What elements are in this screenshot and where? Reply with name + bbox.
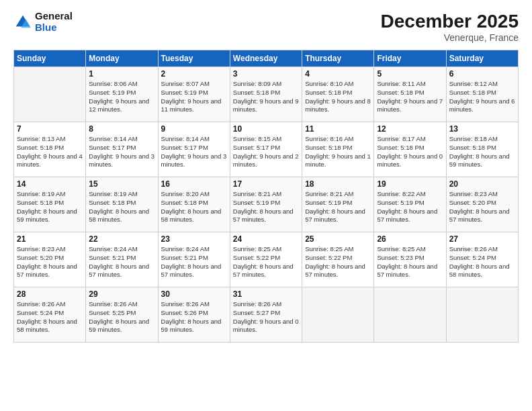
cell-info: Sunrise: 8:16 AMSunset: 5:18 PMDaylight:… [305,135,371,168]
logo-text: General Blue [35,11,73,33]
calendar-cell: 28Sunrise: 8:26 AMSunset: 5:24 PMDayligh… [14,287,86,342]
cell-info: Sunrise: 8:26 AMSunset: 5:24 PMDaylight:… [449,245,510,278]
calendar-cell: 3Sunrise: 8:09 AMSunset: 5:18 PMDaylight… [230,67,302,122]
cell-info: Sunrise: 8:26 AMSunset: 5:24 PMDaylight:… [17,300,77,333]
cell-info: Sunrise: 8:26 AMSunset: 5:27 PMDaylight:… [233,300,299,333]
calendar-cell [446,287,518,342]
day-number: 4 [305,69,371,79]
month-title: December 2025 [381,11,519,32]
day-number: 18 [305,179,371,189]
day-number: 13 [449,124,515,134]
calendar-cell: 7Sunrise: 8:13 AMSunset: 5:18 PMDaylight… [14,122,86,177]
calendar-cell: 27Sunrise: 8:26 AMSunset: 5:24 PMDayligh… [446,232,518,287]
cell-info: Sunrise: 8:06 AMSunset: 5:19 PMDaylight:… [89,80,149,113]
header-friday: Friday [374,50,446,67]
day-number: 5 [377,69,443,79]
day-number: 19 [377,179,443,189]
day-number: 15 [89,179,154,189]
calendar-cell: 30Sunrise: 8:26 AMSunset: 5:26 PMDayligh… [158,287,230,342]
day-number: 25 [305,234,371,244]
cell-info: Sunrise: 8:20 AMSunset: 5:18 PMDaylight:… [161,190,222,223]
calendar-week-4: 21Sunrise: 8:23 AMSunset: 5:20 PMDayligh… [14,232,519,287]
cell-info: Sunrise: 8:25 AMSunset: 5:22 PMDaylight:… [305,245,365,278]
day-number: 21 [17,234,83,244]
logo: General Blue [13,11,73,33]
cell-info: Sunrise: 8:22 AMSunset: 5:19 PMDaylight:… [377,190,437,223]
cell-info: Sunrise: 8:21 AMSunset: 5:19 PMDaylight:… [305,190,365,223]
cell-info: Sunrise: 8:25 AMSunset: 5:23 PMDaylight:… [377,245,437,278]
cell-info: Sunrise: 8:19 AMSunset: 5:18 PMDaylight:… [17,190,77,223]
calendar-cell: 13Sunrise: 8:18 AMSunset: 5:18 PMDayligh… [446,122,518,177]
calendar-cell: 23Sunrise: 8:24 AMSunset: 5:21 PMDayligh… [158,232,230,287]
calendar-week-5: 28Sunrise: 8:26 AMSunset: 5:24 PMDayligh… [14,287,519,342]
day-number: 31 [233,289,299,299]
cell-info: Sunrise: 8:26 AMSunset: 5:26 PMDaylight:… [161,300,222,333]
calendar-cell: 22Sunrise: 8:24 AMSunset: 5:21 PMDayligh… [86,232,158,287]
calendar-cell: 24Sunrise: 8:25 AMSunset: 5:22 PMDayligh… [230,232,302,287]
cell-info: Sunrise: 8:17 AMSunset: 5:18 PMDaylight:… [377,135,443,168]
header-thursday: Thursday [302,50,374,67]
day-number: 9 [161,124,227,134]
calendar-cell: 31Sunrise: 8:26 AMSunset: 5:27 PMDayligh… [230,287,302,342]
calendar-cell [14,67,86,122]
day-number: 27 [449,234,515,244]
location: Venerque, France [381,32,519,43]
day-number: 16 [161,179,227,189]
calendar-cell: 8Sunrise: 8:14 AMSunset: 5:17 PMDaylight… [86,122,158,177]
page-header: General Blue December 2025 Venerque, Fra… [13,11,519,43]
header-tuesday: Tuesday [158,50,230,67]
day-number: 3 [233,69,299,79]
day-number: 14 [17,179,83,189]
day-number: 11 [305,124,371,134]
cell-info: Sunrise: 8:19 AMSunset: 5:18 PMDaylight:… [89,190,149,223]
day-number: 12 [377,124,443,134]
cell-info: Sunrise: 8:10 AMSunset: 5:18 PMDaylight:… [305,80,371,113]
calendar-cell: 17Sunrise: 8:21 AMSunset: 5:19 PMDayligh… [230,177,302,232]
calendar-table: Sunday Monday Tuesday Wednesday Thursday… [13,50,519,342]
calendar-cell: 20Sunrise: 8:23 AMSunset: 5:20 PMDayligh… [446,177,518,232]
header-saturday: Saturday [446,50,518,67]
cell-info: Sunrise: 8:11 AMSunset: 5:18 PMDaylight:… [377,80,443,113]
cell-info: Sunrise: 8:24 AMSunset: 5:21 PMDaylight:… [161,245,222,278]
day-number: 28 [17,289,83,299]
cell-info: Sunrise: 8:25 AMSunset: 5:22 PMDaylight:… [233,245,294,278]
calendar-cell: 26Sunrise: 8:25 AMSunset: 5:23 PMDayligh… [374,232,446,287]
cell-info: Sunrise: 8:14 AMSunset: 5:17 PMDaylight:… [161,135,227,168]
calendar-cell: 18Sunrise: 8:21 AMSunset: 5:19 PMDayligh… [302,177,374,232]
calendar-cell: 1Sunrise: 8:06 AMSunset: 5:19 PMDaylight… [86,67,158,122]
calendar-cell [374,287,446,342]
cell-info: Sunrise: 8:26 AMSunset: 5:25 PMDaylight:… [89,300,149,333]
day-number: 8 [89,124,154,134]
calendar-cell [302,287,374,342]
calendar-cell: 14Sunrise: 8:19 AMSunset: 5:18 PMDayligh… [14,177,86,232]
cell-info: Sunrise: 8:09 AMSunset: 5:18 PMDaylight:… [233,80,299,113]
logo-icon [13,13,32,32]
calendar-header-row: Sunday Monday Tuesday Wednesday Thursday… [14,50,519,67]
header-wednesday: Wednesday [230,50,302,67]
calendar-cell: 12Sunrise: 8:17 AMSunset: 5:18 PMDayligh… [374,122,446,177]
header-sunday: Sunday [14,50,86,67]
calendar-cell: 29Sunrise: 8:26 AMSunset: 5:25 PMDayligh… [86,287,158,342]
day-number: 26 [377,234,443,244]
calendar-cell: 9Sunrise: 8:14 AMSunset: 5:17 PMDaylight… [158,122,230,177]
calendar-cell: 21Sunrise: 8:23 AMSunset: 5:20 PMDayligh… [14,232,86,287]
calendar-week-1: 1Sunrise: 8:06 AMSunset: 5:19 PMDaylight… [14,67,519,122]
calendar-cell: 6Sunrise: 8:12 AMSunset: 5:18 PMDaylight… [446,67,518,122]
cell-info: Sunrise: 8:23 AMSunset: 5:20 PMDaylight:… [17,245,77,278]
calendar-cell: 19Sunrise: 8:22 AMSunset: 5:19 PMDayligh… [374,177,446,232]
day-number: 22 [89,234,154,244]
header-monday: Monday [86,50,158,67]
day-number: 17 [233,179,299,189]
cell-info: Sunrise: 8:14 AMSunset: 5:17 PMDaylight:… [89,135,154,168]
day-number: 2 [161,69,227,79]
cell-info: Sunrise: 8:18 AMSunset: 5:18 PMDaylight:… [449,135,510,168]
calendar-cell: 16Sunrise: 8:20 AMSunset: 5:18 PMDayligh… [158,177,230,232]
day-number: 1 [89,69,154,79]
calendar-cell: 10Sunrise: 8:15 AMSunset: 5:17 PMDayligh… [230,122,302,177]
calendar-week-2: 7Sunrise: 8:13 AMSunset: 5:18 PMDaylight… [14,122,519,177]
calendar-cell: 2Sunrise: 8:07 AMSunset: 5:19 PMDaylight… [158,67,230,122]
day-number: 7 [17,124,83,134]
calendar-cell: 4Sunrise: 8:10 AMSunset: 5:18 PMDaylight… [302,67,374,122]
day-number: 29 [89,289,154,299]
calendar-week-3: 14Sunrise: 8:19 AMSunset: 5:18 PMDayligh… [14,177,519,232]
